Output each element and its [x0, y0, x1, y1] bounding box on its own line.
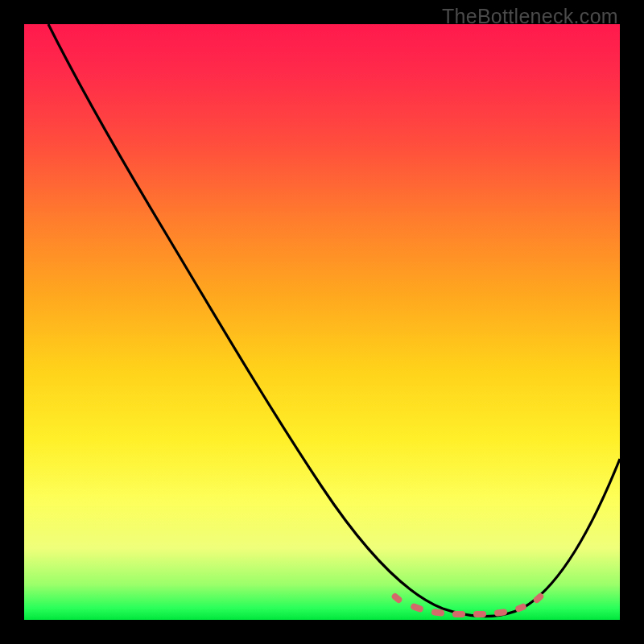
highlight-dashes	[391, 598, 552, 605]
dash-segment	[452, 611, 465, 617]
bottleneck-curve	[24, 24, 620, 620]
dash-segment	[473, 611, 486, 617]
dash-segment	[431, 609, 445, 617]
chart-stage: TheBottleneck.com	[0, 0, 644, 644]
plot-area	[24, 24, 620, 620]
